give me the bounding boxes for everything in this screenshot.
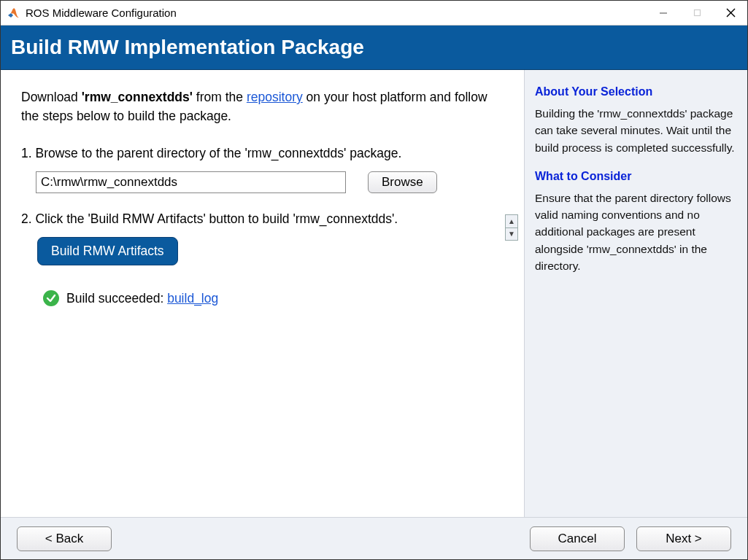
window-controls xyxy=(647,1,747,25)
main-panel: Download 'rmw_connextdds' from the repos… xyxy=(1,70,517,517)
path-input[interactable] xyxy=(36,171,346,193)
app-window: ROS Middleware Configuration Build RMW I… xyxy=(0,0,748,560)
window-title: ROS Middleware Configuration xyxy=(26,7,647,19)
status-text-label: Build succeeded: xyxy=(66,291,167,306)
svg-rect-1 xyxy=(694,10,700,16)
back-button[interactable]: < Back xyxy=(17,526,112,551)
next-button[interactable]: Next > xyxy=(636,526,731,551)
page-title: Build RMW Implementation Package xyxy=(11,36,364,59)
content-body: Download 'rmw_connextdds' from the repos… xyxy=(1,70,747,517)
page-header: Build RMW Implementation Package xyxy=(1,26,747,70)
consider-heading: What to Consider xyxy=(535,168,737,185)
matlab-icon xyxy=(7,7,20,20)
browse-button[interactable]: Browse xyxy=(368,171,437,193)
intro-package-name: 'rmw_connextdds' xyxy=(82,90,193,104)
build-artifacts-button[interactable]: Build RMW Artifacts xyxy=(37,237,178,265)
build-status: Build succeeded: build_log xyxy=(43,289,498,308)
panel-divider[interactable]: ▲ ▼ xyxy=(505,214,518,241)
titlebar: ROS Middleware Configuration xyxy=(1,1,747,26)
repository-link[interactable]: repository xyxy=(247,90,303,104)
chevron-down-icon: ▼ xyxy=(506,228,517,241)
intro-text: Download 'rmw_connextdds' from the repos… xyxy=(21,88,498,126)
about-text: Building the 'rmw_connextdds' package ca… xyxy=(535,105,737,156)
close-button[interactable] xyxy=(714,1,747,25)
success-check-icon xyxy=(43,290,59,306)
about-heading: About Your Selection xyxy=(535,83,737,101)
chevron-up-icon: ▲ xyxy=(506,215,517,228)
consider-text: Ensure that the parent directory follows… xyxy=(535,190,737,274)
intro-mid: from the xyxy=(193,90,247,104)
help-sidebar: About Your Selection Building the 'rmw_c… xyxy=(524,70,747,517)
intro-pre: Download xyxy=(21,90,82,104)
footer: < Back Cancel Next > xyxy=(1,517,747,559)
step-2: 2. Click the 'Build RMW Artifacts' butto… xyxy=(21,209,498,308)
maximize-button[interactable] xyxy=(680,1,714,25)
step-1-label: 1. Browse to the parent directory of the… xyxy=(21,144,498,163)
minimize-button[interactable] xyxy=(647,1,680,25)
path-row: Browse xyxy=(36,171,498,193)
status-text: Build succeeded: build_log xyxy=(66,289,218,308)
cancel-button[interactable]: Cancel xyxy=(530,526,625,551)
build-log-link[interactable]: build_log xyxy=(167,291,218,306)
step-1: 1. Browse to the parent directory of the… xyxy=(21,144,498,193)
step-2-label: 2. Click the 'Build RMW Artifacts' butto… xyxy=(21,209,498,228)
